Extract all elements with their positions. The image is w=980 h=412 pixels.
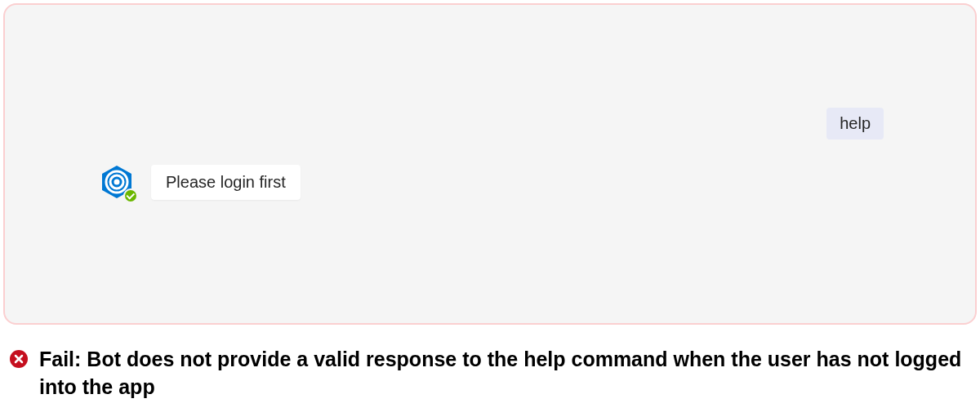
- available-status-icon: [123, 188, 138, 203]
- result-row: Fail: Bot does not provide a valid respo…: [0, 328, 980, 401]
- user-message-text: help: [840, 114, 871, 132]
- bot-message-text: Please login first: [166, 173, 286, 191]
- svg-point-3: [114, 179, 120, 185]
- chat-panel: help Please login first: [3, 3, 977, 325]
- bot-message-bubble: Please login first: [151, 165, 301, 200]
- user-message-bubble: help: [826, 108, 884, 140]
- bot-avatar: [99, 164, 135, 200]
- result-message: Fail: Bot does not provide a valid respo…: [39, 346, 970, 401]
- bot-message-row: Please login first: [99, 164, 301, 200]
- error-circle-icon: [10, 350, 28, 368]
